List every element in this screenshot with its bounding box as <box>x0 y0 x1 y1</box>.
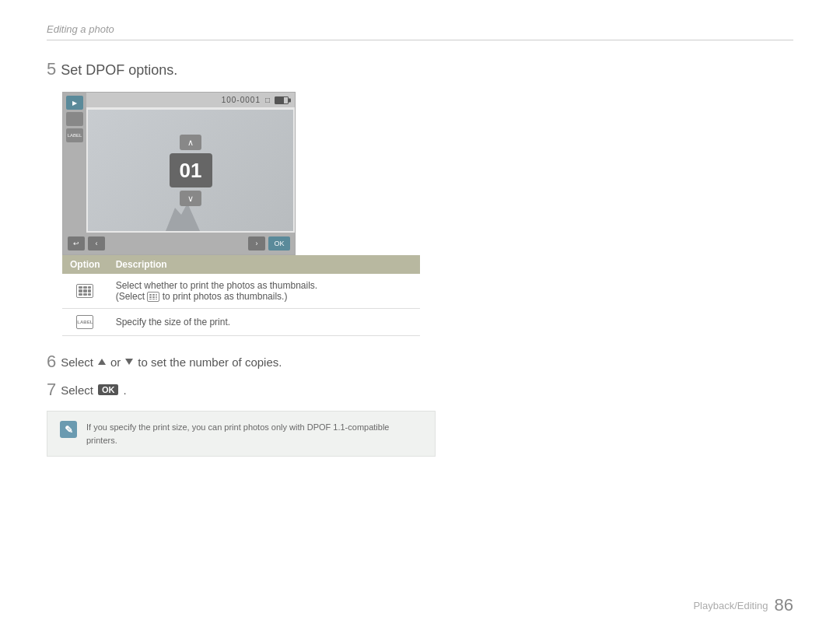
option-icon-grid-cell <box>62 274 108 309</box>
note-text: If you specify the print size, you can p… <box>86 421 422 447</box>
left-btn[interactable]: ‹ <box>88 236 105 250</box>
step6-line: 6 Select or to set the number of copies. <box>47 352 793 372</box>
file-info: 100-0001 <box>222 96 261 104</box>
sidebar-icon-label: LABEL <box>66 128 83 142</box>
back-btn[interactable]: ↩ <box>68 236 85 250</box>
sidebar-icon-play: ▶ <box>66 96 83 110</box>
grid-icon <box>76 284 93 298</box>
step7-text: Select <box>61 384 93 397</box>
breadcrumb: Editing a photo <box>47 23 114 35</box>
option-icon-label-cell: LABEL <box>62 309 108 336</box>
table-row: LABEL Specify the size of the print. <box>62 309 420 336</box>
option-description-1: Select whether to print the photos as th… <box>108 274 420 309</box>
step5-title: 5 Set DPOF options. <box>47 59 793 79</box>
bottom-btns-right: › OK <box>248 236 290 250</box>
step7-number: 7 <box>47 380 56 400</box>
footer-section: Playback/Editing <box>693 600 768 611</box>
page-header: Editing a photo <box>47 23 793 40</box>
step6-text-before: Select <box>61 356 93 369</box>
step6-text-after: to set the number of copies. <box>138 356 282 369</box>
screen-bottombar: ↩ ‹ › OK <box>63 233 295 254</box>
screen-topbar: 100-0001 □ <box>63 93 295 107</box>
note-box: ✎ If you specify the print size, you can… <box>47 411 436 457</box>
desc-text-1b: (Select <box>116 291 148 302</box>
ok-btn[interactable]: OK <box>268 236 290 250</box>
step5-number: 5 <box>47 59 56 79</box>
arrow-up-icon <box>98 359 106 365</box>
sidebar-icon-grid <box>66 112 83 126</box>
arrow-up-btn[interactable]: ∧ <box>180 135 201 150</box>
desc-text-1: Select whether to print the photos as th… <box>116 280 317 291</box>
footer-page: 86 <box>775 595 793 615</box>
step5-label: Set DPOF options. <box>61 62 177 79</box>
screen-content: ∧ 01 ∨ <box>86 108 295 233</box>
period: . <box>123 384 126 397</box>
screen-sidebar: ▶ LABEL <box>63 93 86 233</box>
steps-section: 6 Select or to set the number of copies.… <box>47 352 793 457</box>
table-row: Select whether to print the photos as th… <box>62 274 420 309</box>
right-btn[interactable]: › <box>248 236 265 250</box>
step6-number: 6 <box>47 352 56 372</box>
arrow-down-icon <box>125 359 133 365</box>
label-icon: LABEL <box>76 315 93 329</box>
memory-icon: □ <box>265 96 270 104</box>
camera-screen: 100-0001 □ ▶ LABEL ∧ 01 <box>62 92 296 255</box>
options-table: Option Description Select whether to pri… <box>62 255 420 336</box>
number-display: 01 <box>170 153 212 187</box>
battery-icon <box>275 96 289 104</box>
desc-text-1c: to print photos as thumbnails.) <box>163 291 288 302</box>
arrow-down-btn[interactable]: ∨ <box>180 191 201 206</box>
number-control: ∧ 01 ∨ <box>170 135 212 206</box>
note-icon: ✎ <box>60 421 77 438</box>
col-description: Description <box>108 255 420 274</box>
ok-badge: OK <box>98 384 119 395</box>
footer: Playback/Editing 86 <box>693 595 793 615</box>
bottom-btns-left: ↩ ‹ <box>68 236 105 250</box>
step7-line: 7 Select OK . <box>47 380 793 400</box>
option-description-2: Specify the size of the print. <box>108 309 420 336</box>
table-header-row: Option Description <box>62 255 420 274</box>
step6-text-middle: or <box>110 356 121 369</box>
col-option: Option <box>62 255 108 274</box>
inline-grid-icon <box>147 292 159 302</box>
